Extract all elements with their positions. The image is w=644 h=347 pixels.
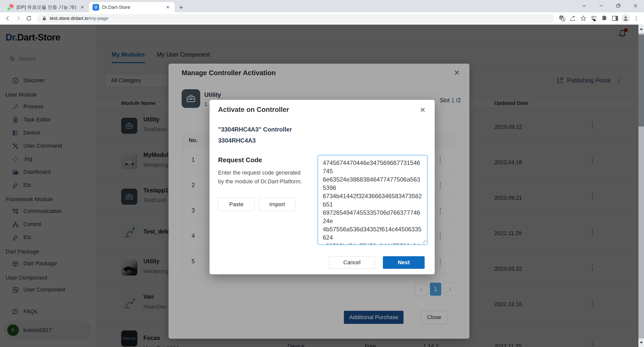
tab-close-icon[interactable]: ✕ (79, 4, 86, 11)
window-close-button[interactable] (627, 0, 644, 12)
browser-menu-kebab-icon[interactable] (631, 13, 641, 24)
page-scrollbar[interactable] (638, 25, 644, 347)
side-panel-icon[interactable] (610, 13, 620, 24)
cancel-button[interactable]: Cancel (329, 256, 375, 269)
activate-on-controller-modal: Activate on Controller ✕ "3304RHC4A3" Co… (210, 100, 435, 274)
drdart-store-favicon: U (93, 4, 99, 11)
controller-id: 3304RHC4A3 (218, 137, 256, 144)
svg-text:a: a (563, 18, 564, 21)
url-path: /my-page (88, 16, 108, 21)
bookmark-star-icon[interactable] (578, 13, 589, 24)
controller-title: "3304RHC4A3" Controller (218, 126, 292, 133)
request-code-textarea[interactable]: 4745674470446e347569667731546745 6e63524… (318, 155, 427, 245)
tab-title: [DP] 유료모듈 인증 기능 개발 (Ic (17, 4, 76, 11)
paste-button[interactable]: Paste (218, 198, 255, 211)
lock-icon (42, 16, 47, 21)
window-restore-button[interactable] (610, 0, 627, 12)
request-code-hint: Enter the request code generated by the … (218, 168, 306, 186)
tab-close-icon[interactable]: ✕ (165, 4, 171, 11)
profile-avatar[interactable] (620, 13, 631, 24)
qr-extension-icon[interactable] (589, 13, 599, 24)
share-icon[interactable] (568, 13, 578, 24)
new-tab-button[interactable]: + (176, 2, 186, 12)
url-host: test.store.drdart.io (50, 16, 88, 21)
extensions-puzzle-icon[interactable] (599, 13, 610, 24)
close-icon[interactable]: ✕ (420, 106, 426, 114)
request-code-label: Request Code (218, 156, 262, 164)
back-icon[interactable] (3, 13, 13, 24)
jira-favicon: + (7, 4, 14, 11)
window-chevron-icon[interactable] (576, 0, 593, 12)
forward-icon[interactable] (13, 13, 24, 24)
browser-tab-drdart-store[interactable]: U Dr.Dart-Store ✕ (89, 2, 175, 12)
reload-icon[interactable] (24, 13, 34, 24)
browser-tab-jira[interactable]: + [DP] 유료모듈 인증 기능 개발 (Ic ✕ (4, 2, 89, 12)
translate-icon[interactable]: Ga (557, 13, 568, 24)
page-viewport: Dr.Dart-Store DiscoverUser ModuleProcess… (0, 25, 638, 347)
window-minimize-button[interactable] (593, 0, 610, 12)
scroll-up-icon[interactable] (638, 25, 644, 33)
scroll-down-icon[interactable] (638, 338, 644, 347)
address-bar[interactable]: test.store.drdart.io/my-page (37, 14, 554, 23)
scrollbar-thumb[interactable] (638, 35, 644, 126)
modal-title: Activate on Controller (218, 106, 289, 114)
import-button[interactable]: Import (259, 198, 295, 211)
tab-title: Dr.Dart-Store (102, 5, 162, 10)
browser-tab-strip: + [DP] 유료모듈 인증 기능 개발 (Ic ✕ U Dr.Dart-Sto… (0, 0, 644, 12)
browser-toolbar: test.store.drdart.io/my-page Ga (0, 12, 644, 25)
next-button[interactable]: Next (383, 256, 425, 269)
